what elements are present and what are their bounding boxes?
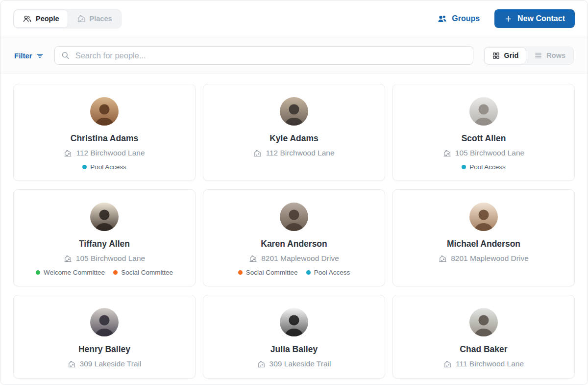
tag-label: Pool Access <box>90 163 126 171</box>
tab-places-label: Places <box>90 15 112 23</box>
contact-name: Kyle Adams <box>270 133 318 144</box>
avatar-person-icon <box>90 205 119 231</box>
home-icon <box>439 255 447 263</box>
new-contact-button[interactable]: New Contact <box>494 9 575 28</box>
avatar <box>280 308 308 336</box>
contact-tags: Pool Access <box>462 163 506 171</box>
tag-label: Social Committee <box>121 269 173 276</box>
filter-label: Filter <box>14 51 32 60</box>
groups-label: Groups <box>452 14 480 23</box>
home-icon <box>253 149 262 157</box>
filter-link[interactable]: Filter <box>14 51 44 60</box>
top-bar: People Places Groups New Contact <box>0 0 588 37</box>
contact-address-row: 309 Lakeside Trail <box>68 359 142 368</box>
contacts-app: People Places Groups New Contact <box>0 0 588 385</box>
home-icon <box>64 255 72 263</box>
avatar <box>469 203 498 231</box>
contact-address-row: 112 Birchwood Lane <box>253 149 334 157</box>
tab-places[interactable]: Places <box>68 10 121 28</box>
contact-address-row: 112 Birchwood Lane <box>64 149 145 157</box>
people-places-toggle: People Places <box>13 9 122 28</box>
filter-icon <box>36 51 44 60</box>
contact-name: Scott Allen <box>462 133 506 144</box>
avatar-person-icon <box>90 310 119 336</box>
people-icon <box>23 14 32 24</box>
view-grid-label: Grid <box>504 51 519 59</box>
contact-card[interactable]: Chad Baker 111 Birchwood Lane <box>392 295 575 379</box>
groups-link[interactable]: Groups <box>437 14 480 24</box>
contact-name: Christina Adams <box>71 133 138 144</box>
avatar-person-icon <box>90 99 119 126</box>
groups-icon <box>437 14 447 24</box>
view-rows-label: Rows <box>546 51 565 59</box>
contact-address-row: 105 Birchwood Lane <box>443 149 524 157</box>
contact-tag: Social Committee <box>238 269 298 276</box>
home-icon <box>64 149 72 157</box>
home-icon <box>443 149 451 157</box>
places-icon <box>77 14 86 23</box>
plus-icon <box>504 15 513 23</box>
home-icon <box>443 360 452 368</box>
search-icon <box>61 51 70 60</box>
avatar-person-icon <box>469 310 498 336</box>
contact-address-row: 8201 Maplewood Drive <box>249 254 339 263</box>
avatar-person-icon <box>280 205 308 231</box>
contact-card[interactable]: Karen Anderson 8201 Maplewood Drive Soci… <box>203 189 385 286</box>
contact-address: 112 Birchwood Lane <box>76 149 145 157</box>
avatar <box>90 97 119 126</box>
search-input[interactable] <box>54 46 473 65</box>
contact-name: Chad Baker <box>460 344 507 355</box>
contact-tag: Welcome Committee <box>36 269 105 276</box>
contact-name: Julia Bailey <box>270 344 318 355</box>
contact-name: Karen Anderson <box>261 239 327 249</box>
contact-address: 111 Birchwood Lane <box>456 359 524 368</box>
contact-tag: Pool Access <box>306 269 350 276</box>
avatar-person-icon <box>280 99 308 126</box>
contact-card[interactable]: Julia Bailey 309 Lakeside Trail <box>203 295 385 379</box>
avatar <box>280 203 308 231</box>
tag-dot-icon <box>82 165 87 169</box>
contact-address-row: 8201 Maplewood Drive <box>439 254 529 263</box>
contact-card[interactable]: Kyle Adams 112 Birchwood Lane <box>203 84 385 181</box>
view-grid-button[interactable]: Grid <box>484 47 527 64</box>
home-icon <box>68 360 76 368</box>
home-icon <box>249 255 257 263</box>
top-bar-actions: Groups New Contact <box>437 9 575 28</box>
tag-dot-icon <box>36 270 40 275</box>
contact-address-row: 309 Lakeside Trail <box>257 359 331 368</box>
contact-address: 309 Lakeside Trail <box>80 359 142 368</box>
contact-tags: Social CommitteePool Access <box>238 269 350 276</box>
contact-card[interactable]: Tiffany Allen 105 Birchwood Lane Welcome… <box>13 189 196 286</box>
contact-tag: Social Committee <box>113 269 173 276</box>
contact-tag: Pool Access <box>462 163 506 171</box>
avatar <box>90 203 119 231</box>
tag-dot-icon <box>462 165 466 169</box>
main-content: Christina Adams 112 Birchwood Lane Pool … <box>0 74 588 385</box>
view-rows-button[interactable]: Rows <box>526 47 573 64</box>
new-contact-label: New Contact <box>517 14 565 23</box>
contact-tag: Pool Access <box>82 163 126 171</box>
avatar-person-icon <box>469 205 498 231</box>
contact-address: 8201 Maplewood Drive <box>451 254 529 263</box>
contact-tags: Pool Access <box>82 163 126 171</box>
contact-card[interactable]: Scott Allen 105 Birchwood Lane Pool Acce… <box>392 84 575 181</box>
tag-dot-icon <box>238 270 243 275</box>
tag-label: Social Committee <box>246 269 298 276</box>
contact-tags: Welcome CommitteeSocial Committee <box>36 269 173 276</box>
contact-card[interactable]: Michael Anderson 8201 Maplewood Drive <box>392 189 575 286</box>
contacts-grid: Christina Adams 112 Birchwood Lane Pool … <box>13 84 575 379</box>
contact-address-row: 111 Birchwood Lane <box>443 359 524 368</box>
contact-address: 8201 Maplewood Drive <box>261 254 339 263</box>
contact-card[interactable]: Christina Adams 112 Birchwood Lane Pool … <box>13 84 196 181</box>
filter-bar: Filter Grid Rows <box>0 37 588 74</box>
contact-address: 105 Birchwood Lane <box>455 149 524 157</box>
contact-address: 112 Birchwood Lane <box>266 149 334 157</box>
tab-people-label: People <box>36 15 59 23</box>
contact-name: Michael Anderson <box>447 239 520 249</box>
tag-label: Welcome Committee <box>44 269 105 276</box>
tag-dot-icon <box>306 270 311 275</box>
contact-card[interactable]: Henry Bailey 309 Lakeside Trail <box>13 295 196 379</box>
tab-people[interactable]: People <box>14 10 68 28</box>
search-wrap <box>54 46 473 65</box>
contact-address-row: 105 Birchwood Lane <box>64 254 145 263</box>
